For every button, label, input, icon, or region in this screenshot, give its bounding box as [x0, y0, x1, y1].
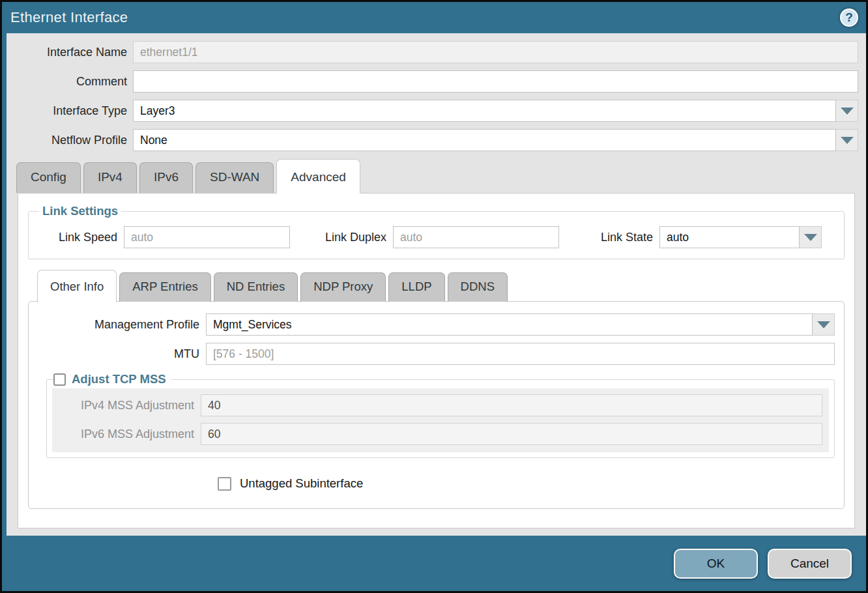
- sub-tabs: Other Info ARP Entries ND Entries NDP Pr…: [28, 270, 845, 302]
- management-profile-label: Management Profile: [38, 318, 206, 332]
- tab-sdwan[interactable]: SD-WAN: [195, 162, 274, 193]
- link-speed-input[interactable]: [124, 226, 290, 248]
- mtu-label: MTU: [38, 347, 206, 361]
- untagged-subinterface-label: Untagged Subinterface: [240, 476, 363, 491]
- adjust-tcp-mss-label: Adjust TCP MSS: [72, 372, 166, 386]
- chevron-down-icon: [841, 137, 854, 144]
- link-settings-fieldset: Link Settings Link Speed Link Duplex Lin…: [28, 204, 845, 259]
- link-duplex-label: Link Duplex: [321, 231, 393, 244]
- subtab-ddns[interactable]: DDNS: [448, 272, 508, 302]
- interface-name-label: Interface Name: [7, 46, 133, 59]
- dialog-titlebar: Ethernet Interface ?: [2, 2, 866, 33]
- tab-ipv4[interactable]: IPv4: [83, 162, 137, 193]
- help-icon[interactable]: ?: [840, 8, 858, 27]
- ipv4-mss-label: IPv4 MSS Adjustment: [52, 399, 201, 412]
- subtab-ndp-proxy[interactable]: NDP Proxy: [300, 272, 386, 302]
- netflow-profile-input[interactable]: [133, 129, 836, 151]
- subtab-nd-entries[interactable]: ND Entries: [214, 272, 298, 302]
- mtu-input[interactable]: [206, 343, 835, 365]
- netflow-profile-label: Netflow Profile: [7, 134, 133, 147]
- mss-disabled-panel: IPv4 MSS Adjustment IPv6 MSS Adjustment: [52, 388, 829, 452]
- comment-input[interactable]: [133, 70, 858, 93]
- link-duplex-input[interactable]: [393, 226, 559, 248]
- ipv4-mss-row: IPv4 MSS Adjustment: [52, 394, 822, 416]
- management-profile-row: Management Profile: [38, 313, 835, 336]
- link-state-label: Link State: [600, 231, 659, 244]
- management-profile-input[interactable]: [206, 313, 813, 336]
- cancel-button[interactable]: Cancel: [768, 549, 852, 579]
- main-tabs: Config IPv4 IPv6 SD-WAN Advanced: [7, 159, 866, 193]
- management-profile-dropdown-button[interactable]: [813, 313, 835, 336]
- dialog-footer: OK Cancel: [2, 536, 866, 591]
- chevron-down-icon: [804, 234, 817, 241]
- ipv6-mss-label: IPv6 MSS Adjustment: [52, 427, 201, 441]
- dialog-body: Interface Name Comment Interface Type: [7, 33, 866, 536]
- netflow-profile-dropdown-button[interactable]: [836, 129, 858, 151]
- ethernet-interface-dialog: Ethernet Interface ? Interface Name Comm…: [0, 0, 868, 593]
- dialog-title: Ethernet Interface: [10, 9, 128, 26]
- link-speed-label: Link Speed: [35, 231, 124, 244]
- ipv6-mss-row: IPv6 MSS Adjustment: [52, 423, 822, 445]
- untagged-subinterface-checkbox[interactable]: [218, 477, 231, 491]
- untagged-subinterface-row: Untagged Subinterface: [218, 476, 835, 491]
- adjust-tcp-mss-legend-row: Adjust TCP MSS: [53, 372, 171, 386]
- tab-config[interactable]: Config: [16, 162, 81, 193]
- mtu-row: MTU: [38, 343, 835, 365]
- other-info-panel: Management Profile MTU: [28, 301, 845, 509]
- comment-row: Comment: [7, 70, 866, 93]
- tab-advanced[interactable]: Advanced: [276, 159, 360, 194]
- netflow-profile-row: Netflow Profile: [7, 129, 866, 151]
- comment-label: Comment: [7, 75, 133, 89]
- adjust-tcp-mss-fieldset: Adjust TCP MSS IPv4 MSS Adjustment IPv6 …: [46, 372, 835, 458]
- link-state-dropdown-button[interactable]: [800, 226, 822, 248]
- ipv6-mss-input: [201, 423, 822, 445]
- interface-type-input[interactable]: [133, 100, 836, 122]
- top-form: Interface Name Comment Interface Type: [7, 33, 866, 151]
- interface-name-input: [133, 41, 858, 63]
- interface-type-dropdown-button[interactable]: [836, 100, 858, 122]
- link-state-input[interactable]: [659, 226, 800, 248]
- chevron-down-icon: [817, 321, 830, 328]
- subtab-lldp[interactable]: LLDP: [388, 272, 444, 302]
- ipv4-mss-input: [201, 394, 822, 416]
- advanced-tab-panel: Link Settings Link Speed Link Duplex Lin…: [18, 193, 855, 528]
- subtab-other-info[interactable]: Other Info: [37, 270, 117, 302]
- tab-ipv6[interactable]: IPv6: [139, 162, 193, 193]
- adjust-tcp-mss-checkbox[interactable]: [53, 373, 66, 386]
- ok-button[interactable]: OK: [674, 549, 758, 579]
- interface-type-row: Interface Type: [7, 100, 866, 122]
- interface-name-row: Interface Name: [7, 41, 866, 63]
- interface-type-label: Interface Type: [7, 104, 133, 118]
- link-settings-legend: Link Settings: [39, 204, 121, 218]
- subtab-arp-entries[interactable]: ARP Entries: [119, 272, 210, 302]
- chevron-down-icon: [841, 108, 854, 115]
